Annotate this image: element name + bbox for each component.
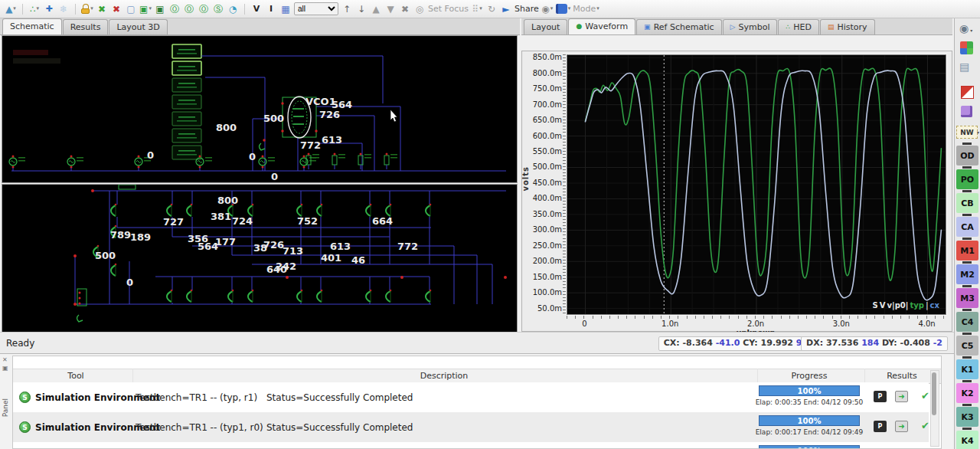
lock-icon[interactable]: ▾ bbox=[81, 2, 93, 16]
layer-chip-po[interactable]: PO bbox=[956, 169, 978, 189]
tab-ref-schematic[interactable]: ▣Ref Schematic bbox=[636, 19, 721, 34]
layers-stack-icon[interactable]: ▤ bbox=[959, 61, 969, 72]
simulation-status-icon: S bbox=[19, 392, 31, 403]
layer-chip-k3[interactable]: K3 bbox=[956, 407, 978, 427]
scrollbar-thumb[interactable] bbox=[932, 372, 936, 415]
tab-waveform[interactable]: ●Waveform bbox=[568, 18, 635, 34]
schematic-canvas-bottom[interactable]: 8007273817247526647891893565641773872671… bbox=[2, 185, 517, 332]
progress-bar: 100% bbox=[759, 385, 860, 396]
mode-label[interactable]: Mode▾ bbox=[573, 2, 599, 16]
x-gray-icon[interactable]: ✖ bbox=[399, 2, 411, 16]
table-scrollbar[interactable] bbox=[930, 370, 939, 447]
probe-net-icon[interactable]: ∴▾ bbox=[28, 2, 41, 16]
voltage-button[interactable]: V bbox=[250, 2, 263, 16]
run-o2-icon[interactable]: Ⓞ bbox=[183, 2, 195, 16]
current-button[interactable]: I bbox=[265, 2, 277, 16]
x-tick-label: 2.0n bbox=[740, 320, 771, 328]
simulation-status-icon: S bbox=[19, 421, 31, 433]
run-o1-icon[interactable]: Ⓞ bbox=[168, 2, 181, 16]
detach-panel-icon[interactable]: ▣ bbox=[2, 365, 8, 372]
visibility-eye-icon[interactable]: ◉ ▾ bbox=[959, 23, 972, 34]
log-result-icon[interactable]: P bbox=[874, 391, 887, 402]
target-icon[interactable]: ◎ bbox=[413, 2, 426, 16]
y-tick-label: 500.0m bbox=[533, 162, 562, 171]
tab-layout-3d[interactable]: Layout 3D bbox=[109, 19, 167, 34]
layer-palette-icon[interactable] bbox=[960, 41, 973, 54]
layer-chip-k2[interactable]: K2 bbox=[956, 383, 978, 403]
hatch-layer-icon[interactable] bbox=[961, 86, 974, 99]
legend-part: v|p0| bbox=[887, 301, 909, 310]
toolbar-separator bbox=[244, 4, 245, 15]
grid-menu-icon[interactable]: ⠿▾ bbox=[471, 2, 483, 16]
layer-chip-k1[interactable]: K1 bbox=[956, 359, 978, 379]
filter-select[interactable]: all bbox=[294, 2, 338, 16]
book-icon[interactable]: ▾ bbox=[556, 2, 571, 16]
tab-symbol[interactable]: ▷Symbol bbox=[723, 19, 778, 34]
tab-hed[interactable]: ∴HED bbox=[778, 19, 818, 34]
close-panel-icon[interactable]: ✕ bbox=[2, 356, 8, 363]
tri-down-icon[interactable]: ▼ bbox=[384, 2, 397, 16]
arrow-up-icon[interactable]: ↑ bbox=[341, 2, 353, 16]
set-focus-label[interactable]: Set Focus bbox=[428, 2, 469, 16]
legend-part: S bbox=[873, 301, 878, 310]
nw-dropdown-arrow[interactable]: ▾ bbox=[977, 129, 979, 135]
layer-chip-cb[interactable]: CB bbox=[956, 193, 978, 213]
open-result-icon[interactable]: ➜ bbox=[895, 421, 908, 432]
tab-layout[interactable]: Layout bbox=[524, 19, 567, 34]
simulation-row[interactable]: 100% bbox=[13, 442, 929, 449]
tab-history[interactable]: ▤History bbox=[820, 19, 875, 34]
column-header-results[interactable]: Results bbox=[887, 371, 917, 381]
bias-box bbox=[77, 289, 87, 322]
layer-chip-m1[interactable]: M1 bbox=[956, 241, 978, 261]
run-s-icon[interactable]: Ⓢ bbox=[212, 2, 224, 16]
layer-chip-od[interactable]: OD bbox=[956, 146, 978, 166]
x-axis-ruler bbox=[567, 316, 945, 319]
layer-chip-k4[interactable]: K4 bbox=[956, 431, 978, 449]
arrow-down-icon[interactable]: ↓ bbox=[355, 2, 368, 16]
probe-net-icon-glyph: ∴ bbox=[30, 5, 36, 14]
waveform-plot[interactable]: SVv|p0|typ|cx bbox=[567, 54, 946, 315]
tri-up-icon[interactable]: ▲ bbox=[370, 2, 382, 16]
run-o3-icon[interactable]: Ⓞ bbox=[198, 2, 210, 16]
run-sync-icon[interactable]: ◔ bbox=[227, 2, 239, 16]
layer-chip-ca[interactable]: CA bbox=[956, 217, 978, 237]
column-header-tool[interactable]: Tool bbox=[67, 371, 83, 381]
layer-chip-m2[interactable]: M2 bbox=[956, 264, 978, 284]
tab-schematic[interactable]: Schematic bbox=[2, 18, 62, 34]
tab-label: Schematic bbox=[10, 21, 54, 31]
simulation-row[interactable]: SSimulation EnvironmentTestbench=TR1 -- … bbox=[13, 382, 929, 412]
share-label[interactable]: Share bbox=[514, 2, 539, 16]
open-result-icon[interactable]: ➜ bbox=[895, 391, 908, 402]
column-header-progress[interactable]: Progress bbox=[792, 371, 828, 381]
pointer-icon[interactable]: ► bbox=[500, 2, 512, 16]
layer-chip-nw[interactable]: NW bbox=[956, 126, 978, 139]
y-tick-label: 850.0m bbox=[533, 53, 562, 61]
layer-chip-m3[interactable]: M3 bbox=[956, 288, 978, 308]
close-red-icon[interactable]: ✖ bbox=[110, 2, 122, 16]
app-icon[interactable]: ▲▾ bbox=[5, 2, 17, 16]
column-header-description[interactable]: Description bbox=[420, 371, 469, 381]
filter-select[interactable]: all bbox=[294, 2, 338, 15]
dropdown-arrow-icon: ▾ bbox=[37, 6, 40, 11]
layer-chip-c4[interactable]: C4 bbox=[956, 312, 978, 332]
hed-icon: ∴ bbox=[786, 24, 790, 31]
coord-part: DY: bbox=[879, 338, 900, 348]
palette-icon[interactable]: ▦ bbox=[279, 2, 292, 16]
schematic-canvas-top[interactable]: VCO1564726500800613772000 bbox=[2, 36, 517, 182]
netlist-save-icon[interactable]: ▣ bbox=[154, 2, 166, 16]
check-green-icon[interactable]: ✖ bbox=[96, 2, 108, 16]
simulation-row[interactable]: SSimulation EnvironmentTestbench=TR1 -- … bbox=[13, 412, 929, 442]
tab-results[interactable]: Results bbox=[63, 19, 109, 34]
svg-text:664: 664 bbox=[372, 215, 393, 227]
layer-chip-c5[interactable]: C5 bbox=[956, 336, 978, 356]
refresh-icon[interactable]: ↻ bbox=[485, 2, 498, 16]
user-icon[interactable]: ◉▾ bbox=[541, 2, 554, 16]
notes-icon[interactable]: ▢ bbox=[125, 2, 137, 16]
move-icon[interactable]: ✚ bbox=[43, 2, 55, 16]
netlist-icon[interactable]: ▣▾ bbox=[139, 2, 152, 16]
fit-icon[interactable]: ❄ bbox=[57, 2, 70, 16]
log-result-icon[interactable]: P bbox=[874, 421, 887, 432]
toolbar-separator bbox=[22, 4, 23, 15]
purple-layer-icon[interactable] bbox=[961, 106, 972, 117]
tab-label: Layout 3D bbox=[116, 22, 159, 32]
